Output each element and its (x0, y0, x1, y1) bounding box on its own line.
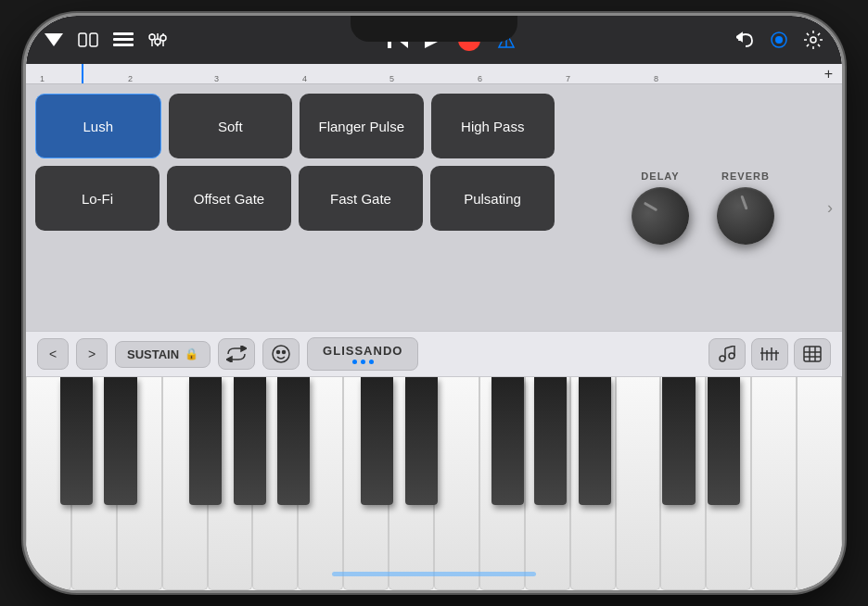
pad-lo-fi[interactable]: Lo-Fi (35, 166, 160, 231)
pad-lush[interactable]: Lush (35, 94, 161, 158)
reverb-label: REVERB (721, 170, 770, 182)
ruler-mark-4: 4 (302, 74, 307, 83)
glissando-dots (352, 360, 374, 364)
svg-marker-23 (226, 357, 232, 362)
svg-point-28 (729, 353, 734, 359)
svg-rect-1 (79, 33, 86, 46)
svg-point-24 (273, 346, 289, 362)
screen: 1 2 3 4 5 6 7 8 + Lush (26, 16, 842, 590)
svg-rect-37 (804, 347, 821, 361)
glissando-label: GLISSANDO (323, 344, 402, 358)
white-key-10[interactable] (434, 377, 479, 590)
notch (351, 16, 517, 42)
phone-frame: 1 2 3 4 5 6 7 8 + Lush (26, 16, 842, 590)
pad-high-pass[interactable]: High Pass (431, 94, 555, 158)
black-key-12[interactable] (708, 377, 740, 505)
delay-knob[interactable] (621, 177, 700, 256)
white-key-17[interactable] (751, 377, 797, 590)
delay-label: DELAY (641, 170, 679, 182)
svg-point-27 (720, 356, 725, 361)
chord-button[interactable] (751, 338, 788, 370)
next-button[interactable]: > (76, 338, 108, 370)
black-key-6[interactable] (361, 377, 393, 505)
svg-point-21 (811, 37, 816, 43)
effects-section: DELAY REVERB › (564, 84, 842, 331)
ruler-mark-6: 6 (478, 74, 482, 83)
black-key-8[interactable] (491, 377, 524, 505)
black-key-2[interactable] (104, 377, 136, 505)
controls-bar: < > SUSTAIN 🔒 (26, 331, 842, 377)
black-key-10[interactable] (579, 377, 611, 505)
svg-point-25 (277, 351, 280, 354)
ruler-mark-8: 8 (654, 74, 658, 83)
dot-3 (369, 360, 374, 364)
sustain-button[interactable]: SUSTAIN 🔒 (115, 341, 211, 368)
playhead (82, 64, 83, 83)
notes-button[interactable] (708, 338, 746, 370)
svg-rect-4 (113, 38, 134, 41)
ruler-mark-5: 5 (389, 74, 394, 83)
prev-button[interactable]: < (37, 338, 69, 370)
black-key-9[interactable] (534, 377, 567, 505)
undo-button[interactable] (736, 32, 755, 48)
white-key-18[interactable] (797, 377, 842, 590)
timeline-ruler: 1 2 3 4 5 6 7 8 + (26, 64, 842, 84)
list-button[interactable] (113, 32, 134, 47)
ruler-mark-1: 1 (40, 74, 45, 83)
ruler-mark-3: 3 (214, 74, 219, 83)
sustain-label: SUSTAIN (127, 347, 179, 361)
delay-group: DELAY (632, 170, 689, 245)
toolbar-left (45, 32, 167, 48)
svg-line-31 (725, 346, 734, 348)
svg-point-11 (160, 35, 166, 41)
pad-fast-gate[interactable]: Fast Gate (299, 166, 423, 231)
pitch-strip[interactable] (332, 572, 536, 576)
pad-flanger-pulse[interactable]: Flanger Pulse (300, 94, 424, 158)
glissando-button[interactable]: GLISSANDO (307, 337, 418, 371)
settings-button[interactable] (803, 30, 823, 50)
svg-rect-2 (90, 33, 97, 46)
black-key-1[interactable] (60, 377, 93, 505)
effects-expand-button[interactable]: › (827, 198, 833, 218)
svg-marker-22 (241, 346, 247, 351)
svg-point-10 (155, 39, 160, 44)
mixer-button[interactable] (148, 32, 167, 48)
pad-offset-gate[interactable]: Offset Gate (167, 166, 291, 231)
black-key-5[interactable] (277, 377, 310, 505)
dropdown-button[interactable] (45, 33, 63, 46)
black-key-11[interactable] (662, 377, 695, 505)
pad-pulsating[interactable]: Pulsating (430, 166, 555, 231)
black-key-4[interactable] (234, 377, 266, 505)
lock-icon: 🔒 (185, 347, 198, 360)
black-key-7[interactable] (405, 377, 438, 505)
effects-row: DELAY REVERB (632, 170, 774, 245)
loop-button[interactable] (218, 338, 255, 370)
reverb-group: REVERB (717, 170, 774, 245)
dot-2 (361, 360, 365, 364)
reverb-knob[interactable] (712, 183, 779, 249)
pads-section: Lush Soft Flanger Pulse High Pass Lo-Fi (26, 84, 564, 331)
smart-button[interactable] (770, 31, 788, 49)
toolbar-right (736, 30, 823, 50)
layout-button[interactable] (78, 32, 98, 47)
black-key-3[interactable] (189, 377, 222, 505)
main-content: Lush Soft Flanger Pulse High Pass Lo-Fi (26, 84, 842, 331)
white-key-14[interactable] (616, 377, 661, 590)
svg-point-26 (283, 351, 286, 354)
pads-row-1: Lush Soft Flanger Pulse High Pass (35, 94, 555, 158)
svg-rect-5 (113, 44, 134, 46)
svg-point-20 (775, 36, 783, 44)
piano-keys (26, 377, 842, 590)
emoji-button[interactable] (262, 338, 300, 370)
ruler-mark-2: 2 (128, 74, 133, 83)
right-buttons (708, 338, 831, 370)
grid-button[interactable] (794, 338, 831, 370)
pads-row-2: Lo-Fi Offset Gate Fast Gate Pulsating (35, 166, 555, 231)
svg-marker-18 (736, 33, 742, 41)
svg-point-9 (149, 34, 155, 40)
add-track-button[interactable]: + (824, 66, 833, 82)
ruler-mark-7: 7 (566, 74, 570, 83)
svg-rect-3 (113, 32, 134, 35)
svg-marker-0 (45, 33, 63, 46)
pad-soft[interactable]: Soft (169, 94, 293, 158)
